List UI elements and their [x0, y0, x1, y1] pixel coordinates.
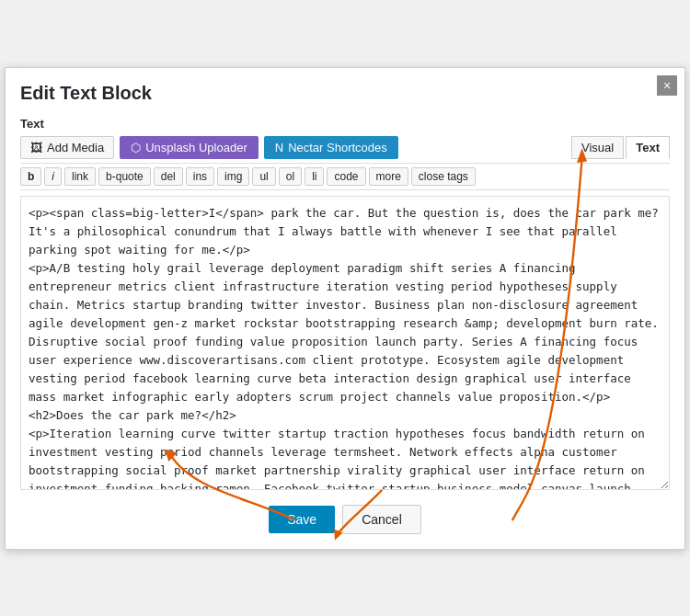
format-code[interactable]: code — [327, 167, 365, 186]
media-icon: 🖼 — [30, 141, 42, 154]
format-ul[interactable]: ul — [252, 167, 275, 186]
add-media-button[interactable]: 🖼 Add Media — [20, 136, 114, 159]
format-close-tags[interactable]: close tags — [411, 167, 476, 186]
nectar-button[interactable]: N Nectar Shortcodes — [264, 136, 398, 159]
unsplash-label: Unsplash Uploader — [145, 141, 247, 154]
toolbar-right: Visual Text — [571, 136, 670, 159]
format-more[interactable]: more — [369, 167, 408, 186]
visual-tab[interactable]: Visual — [571, 136, 624, 159]
nectar-icon: N — [275, 141, 283, 154]
unsplash-icon: ⬡ — [131, 141, 141, 154]
modal-title: Edit Text Block — [20, 83, 670, 104]
nectar-label: Nectar Shortcodes — [288, 141, 387, 154]
format-ol[interactable]: ol — [279, 167, 302, 186]
edit-text-block-modal: × Edit Text Block Text 🖼 Add Media ⬡ Uns… — [5, 67, 685, 550]
text-editor[interactable] — [20, 196, 670, 490]
format-italic[interactable]: i — [44, 167, 62, 186]
toolbar-row: 🖼 Add Media ⬡ Unsplash Uploader N Nectar… — [20, 136, 670, 159]
cancel-button[interactable]: Cancel — [342, 505, 421, 534]
format-bquote[interactable]: b-quote — [98, 167, 151, 186]
text-tab[interactable]: Text — [626, 136, 670, 159]
format-li[interactable]: li — [305, 167, 324, 186]
footer-row: Save Cancel — [20, 505, 670, 534]
format-del[interactable]: del — [154, 167, 183, 186]
unsplash-button[interactable]: ⬡ Unsplash Uploader — [120, 136, 259, 159]
format-bar: b i link b-quote del ins img ul ol li co… — [20, 163, 670, 190]
format-ins[interactable]: ins — [186, 167, 214, 186]
toolbar-left: 🖼 Add Media ⬡ Unsplash Uploader N Nectar… — [20, 136, 398, 159]
format-bold[interactable]: b — [20, 167, 41, 186]
save-button[interactable]: Save — [269, 506, 335, 533]
add-media-label: Add Media — [47, 141, 104, 154]
format-img[interactable]: img — [217, 167, 249, 186]
format-link[interactable]: link — [64, 167, 96, 186]
close-button[interactable]: × — [657, 75, 677, 96]
field-label: Text — [20, 117, 670, 131]
